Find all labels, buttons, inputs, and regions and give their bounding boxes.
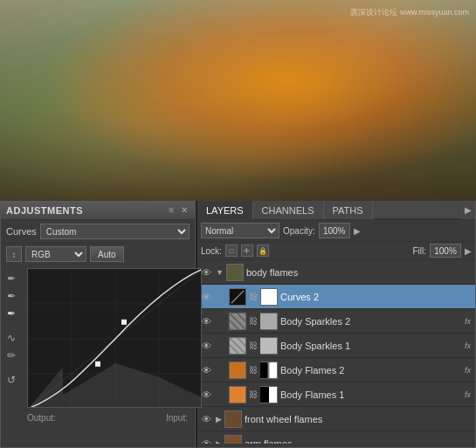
layers-tabs: LAYERS CHANNELS PATHS ▶ xyxy=(197,201,475,220)
chain-sparkles1: ⛓ xyxy=(249,341,258,350)
layer-item-flames2[interactable]: 👁 ⛓ Body Flames 2 fx xyxy=(197,358,475,383)
mask-sparkles2 xyxy=(260,313,278,330)
adj-close-btn[interactable]: ✕ xyxy=(179,205,190,215)
thumb-flames1 xyxy=(229,386,246,403)
watermark: 惠深设计论坛 www.missyuan.com xyxy=(350,7,469,18)
chain-curves2: ⛓ xyxy=(249,292,258,301)
thumb-sparkles2 xyxy=(229,313,246,330)
group-arrow-body-flames[interactable]: ▼ xyxy=(216,268,224,277)
group-arrow-arm-flames[interactable]: ▶ xyxy=(216,439,222,445)
layer-name-sparkles1: Body Sparkles 1 xyxy=(280,341,462,351)
fx-badge-sparkles1: fx xyxy=(465,341,471,350)
fill-label: Fill: xyxy=(412,246,426,256)
layer-item-body-sparkles2[interactable]: 👁 ⛓ Body Sparkles 2 fx xyxy=(197,309,475,334)
blend-mode-dropdown[interactable]: Normal xyxy=(201,223,279,238)
lock-pixels-icon[interactable]: □ xyxy=(225,245,238,257)
adj-menu-btn[interactable]: ≡ xyxy=(167,205,176,215)
opacity-arrow[interactable]: ▶ xyxy=(354,226,361,236)
thumb-arm-flames xyxy=(224,435,242,445)
curves-row: Curves Custom xyxy=(1,220,195,244)
curves-dropdown[interactable]: Custom xyxy=(40,224,190,239)
panel-menu-btn[interactable]: ▶ xyxy=(461,201,475,219)
auto-button[interactable]: Auto xyxy=(90,246,124,262)
channel-dropdown[interactable]: RGB xyxy=(25,246,86,262)
layer-item-arm-flames[interactable]: 👁 ▶ arm flames xyxy=(197,431,475,444)
layer-name-flames1: Body Flames 1 xyxy=(280,389,462,400)
thumb-curves2 xyxy=(229,288,246,306)
thumb-front-wheel xyxy=(224,410,242,428)
chain-sparkles2: ⛓ xyxy=(249,316,258,326)
photo-area: 惠深设计论坛 www.missyuan.com xyxy=(0,0,476,201)
finger-tool-icon[interactable]: ↕ xyxy=(6,246,22,262)
input-label: Input: xyxy=(166,413,188,423)
mask-thumb-curves2 xyxy=(260,288,278,306)
thumb-flames2 xyxy=(229,362,246,379)
adjustments-header: ADJUSTMENTS ≡ ✕ xyxy=(1,201,195,220)
eye-icon-arm-flames[interactable]: 👁 xyxy=(199,437,213,445)
output-label: Output: xyxy=(27,413,56,423)
tools-row: ↕ RGB Auto xyxy=(1,244,195,265)
eyedropper-gray-icon[interactable]: ✒ xyxy=(4,289,18,303)
group-arrow-front-wheel[interactable]: ▶ xyxy=(216,415,222,424)
layer-name-body-flames: body flames xyxy=(246,267,473,278)
tab-layers[interactable]: LAYERS xyxy=(197,201,253,220)
fill-arrow[interactable]: ▶ xyxy=(465,246,472,256)
curves-graph[interactable] xyxy=(27,268,202,408)
layer-list: 👁 ▼ body flames 👁 ⛓ Curves 2 xyxy=(197,260,475,444)
adjustments-title: ADJUSTMENTS xyxy=(6,205,83,216)
layers-panel: LAYERS CHANNELS PATHS ▶ Normal Opacity: … xyxy=(196,201,476,448)
lock-label: Lock: xyxy=(201,246,222,256)
adjustments-panel: ADJUSTMENTS ≡ ✕ Curves Custom ↕ RGB Auto xyxy=(0,201,196,448)
tab-paths[interactable]: PATHS xyxy=(324,201,373,220)
layer-item-front-wheel[interactable]: 👁 ▶ front wheel flames xyxy=(197,407,475,431)
layer-item-flames1[interactable]: 👁 ⛓ Body Flames 1 fx xyxy=(197,383,475,407)
pencil-icon[interactable]: ✏ xyxy=(4,348,18,362)
lock-all-icon[interactable]: 🔒 xyxy=(257,245,269,257)
layers-toolbar: Normal Opacity: ▶ xyxy=(197,220,475,242)
eyedropper-white-icon[interactable]: ✒ xyxy=(4,307,18,320)
fx-badge-flames2: fx xyxy=(465,366,471,375)
layer-name-arm-flames: arm flames xyxy=(245,438,473,445)
layer-item-body-flames[interactable]: 👁 ▼ body flames xyxy=(197,260,475,285)
thumb-sparkles1 xyxy=(229,337,246,355)
chain-flames2: ⛓ xyxy=(249,365,258,375)
mask-sparkles1 xyxy=(260,337,278,355)
opacity-input[interactable] xyxy=(319,223,350,238)
eyedropper-black-icon[interactable]: ✒ xyxy=(4,272,18,286)
layer-name-flames2: Body Flames 2 xyxy=(280,365,462,376)
output-input-row: Output: Input: xyxy=(20,411,195,424)
layer-name-front-wheel: front wheel flames xyxy=(245,414,473,424)
layer-item-body-sparkles1[interactable]: 👁 ⛓ Body Sparkles 1 fx xyxy=(197,334,475,358)
lock-row: Lock: □ ✛ 🔒 Fill: ▶ xyxy=(197,242,475,260)
layer-item-curves2[interactable]: 👁 ⛓ Curves 2 xyxy=(197,285,475,309)
lock-move-icon[interactable]: ✛ xyxy=(241,245,253,257)
layer-name-curves2: Curves 2 xyxy=(280,292,473,302)
layer-name-sparkles2: Body Sparkles 2 xyxy=(280,316,462,327)
mask-flames1 xyxy=(260,386,278,403)
fill-input[interactable] xyxy=(430,244,461,258)
reset-icon[interactable]: ↺ xyxy=(4,373,18,387)
chain-flames1: ⛓ xyxy=(249,389,258,399)
curves-label: Curves xyxy=(6,226,37,237)
opacity-label: Opacity: xyxy=(283,226,315,236)
thumb-body-flames xyxy=(226,264,244,281)
edit-point-icon[interactable]: ∿ xyxy=(4,331,18,345)
eye-icon-front-wheel[interactable]: 👁 xyxy=(199,412,213,426)
fx-badge-flames1: fx xyxy=(465,390,471,399)
tab-channels[interactable]: CHANNELS xyxy=(253,201,324,220)
fx-badge-sparkles2: fx xyxy=(465,317,471,326)
adj-controls: ≡ ✕ xyxy=(167,205,190,215)
mask-flames2 xyxy=(260,362,278,379)
